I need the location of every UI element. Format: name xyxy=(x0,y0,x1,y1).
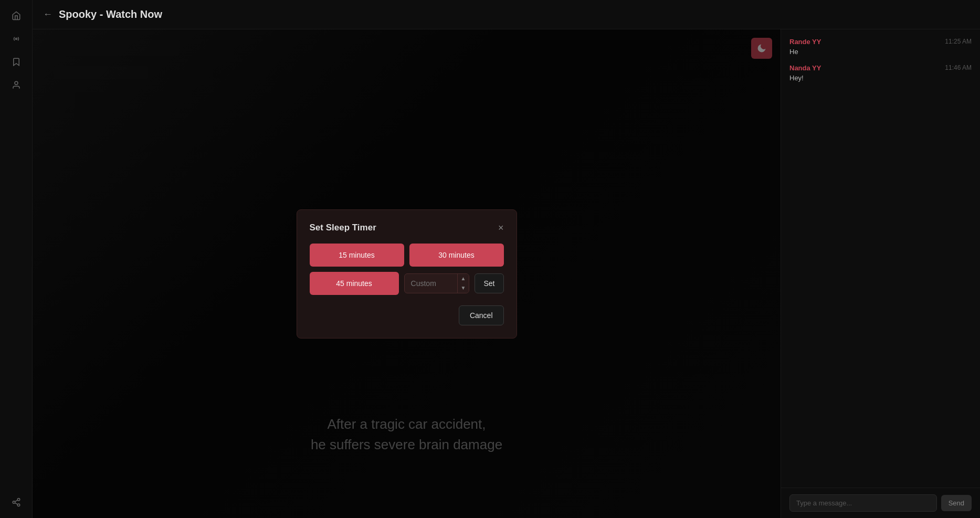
timer-15-button[interactable]: 15 minutes xyxy=(310,244,404,267)
modal-close-button[interactable]: × xyxy=(498,223,504,232)
chat-time: 11:46 AM xyxy=(945,64,972,72)
page-title: Spooky - Watch Now xyxy=(59,8,162,20)
topbar: ← Spooky - Watch Now xyxy=(33,0,980,29)
set-timer-button[interactable]: Set xyxy=(475,273,503,293)
back-button[interactable]: ← xyxy=(43,9,52,20)
chat-message-1: Rande YY 11:25 AM He xyxy=(789,38,972,56)
send-button[interactable]: Send xyxy=(941,495,972,511)
cancel-button[interactable]: Cancel xyxy=(459,305,504,325)
modal-title: Set Sleep Timer xyxy=(310,223,376,233)
svg-point-0 xyxy=(15,38,17,40)
custom-timer-spinner: ▲ ▼ xyxy=(457,274,469,293)
timer-45-button[interactable]: 45 minutes xyxy=(310,272,399,295)
chat-messages: Rande YY 11:25 AM He Nanda YY 11:46 AM H… xyxy=(781,29,980,488)
svg-point-4 xyxy=(17,504,20,506)
chat-message-header: Nanda YY 11:46 AM xyxy=(789,64,972,72)
spinner-down-button[interactable]: ▼ xyxy=(458,283,469,293)
svg-point-2 xyxy=(17,499,20,501)
svg-line-5 xyxy=(15,503,17,504)
sleep-timer-modal: Set Sleep Timer × 15 minutes 30 minutes … xyxy=(297,209,517,339)
modal-footer: Cancel xyxy=(310,305,504,325)
chat-username: Rande YY xyxy=(789,38,821,46)
spinner-up-button[interactable]: ▲ xyxy=(458,274,469,283)
chat-username: Nanda YY xyxy=(789,64,821,72)
chat-input-area: Send xyxy=(781,488,980,518)
chat-time: 11:25 AM xyxy=(945,38,972,46)
chat-input[interactable] xyxy=(789,494,937,512)
timer-preset-grid: 15 minutes 30 minutes xyxy=(310,244,504,267)
sidebar-item-share[interactable] xyxy=(7,493,26,512)
svg-point-3 xyxy=(13,501,15,504)
chat-text: He xyxy=(789,48,972,56)
chat-message-2: Nanda YY 11:46 AM Hey! xyxy=(789,64,972,82)
chat-panel: Rande YY 11:25 AM He Nanda YY 11:46 AM H… xyxy=(781,29,980,518)
timer-30-button[interactable]: 30 minutes xyxy=(409,244,504,267)
svg-line-6 xyxy=(15,500,17,502)
sidebar-item-profile[interactable] xyxy=(7,76,26,94)
modal-header: Set Sleep Timer × xyxy=(310,223,504,233)
chat-message-header: Rande YY 11:25 AM xyxy=(789,38,972,46)
chat-text: Hey! xyxy=(789,74,972,82)
sidebar xyxy=(0,0,33,518)
sidebar-item-broadcast[interactable] xyxy=(7,29,26,48)
sidebar-item-bookmarks[interactable] xyxy=(7,52,26,71)
custom-timer-input[interactable] xyxy=(405,274,457,293)
svg-point-1 xyxy=(15,81,18,84)
custom-timer-input-wrapper: ▲ ▼ xyxy=(404,273,470,293)
sidebar-item-home[interactable] xyxy=(7,6,26,25)
timer-custom-row: 45 minutes ▲ ▼ Set xyxy=(310,272,504,295)
modal-overlay: Set Sleep Timer × 15 minutes 30 minutes … xyxy=(33,29,781,518)
